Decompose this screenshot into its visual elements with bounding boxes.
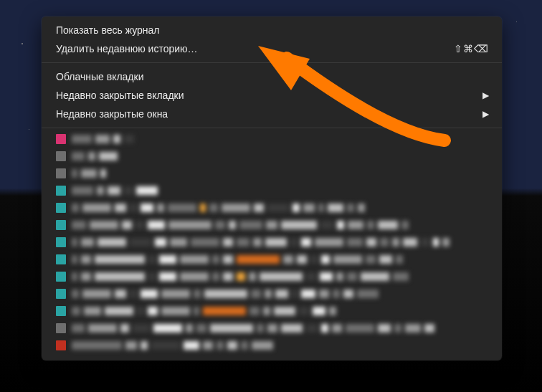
favicon-icon <box>56 272 66 282</box>
favicon-icon <box>56 340 66 350</box>
history-item[interactable] <box>56 252 489 267</box>
desktop-star <box>29 129 29 130</box>
menu-item-label: Облачные вкладки <box>56 70 143 84</box>
history-item[interactable] <box>56 183 489 199</box>
favicon-icon <box>56 203 66 213</box>
chevron-right-icon: ▶ <box>482 107 489 121</box>
menu-item-label: Показать весь журнал <box>56 23 160 37</box>
history-item-title-redacted <box>72 272 409 281</box>
history-item[interactable] <box>56 148 489 164</box>
history-list <box>42 128 502 360</box>
favicon-icon <box>56 323 66 333</box>
desktop-star <box>22 43 23 44</box>
history-item-title-redacted <box>72 169 106 178</box>
menu-item-recently-closed-windows[interactable]: Недавно закрытые окна ▶ <box>42 105 502 123</box>
history-item-title-redacted <box>72 290 379 298</box>
history-item-title-redacted <box>72 204 365 212</box>
favicon-icon <box>56 186 66 196</box>
history-item-title-redacted <box>72 135 134 143</box>
menu-item-show-all-history[interactable]: Показать весь журнал <box>42 21 502 39</box>
favicon-icon <box>56 151 66 161</box>
menu-section-top: Показать весь журнал Удалить недавнюю ис… <box>42 16 502 62</box>
menu-item-synced-tabs[interactable]: Облачные вкладки <box>42 67 502 86</box>
history-item[interactable] <box>56 338 489 353</box>
history-item-title-redacted <box>72 186 158 195</box>
history-item[interactable] <box>56 217 489 233</box>
menu-item-recently-closed-tabs[interactable]: Недавно закрытые вкладки ▶ <box>42 86 502 105</box>
menu-item-label: Недавно закрытые окна <box>56 107 168 121</box>
history-item[interactable] <box>56 286 489 302</box>
menu-item-label: Удалить недавнюю историю… <box>56 42 198 56</box>
history-item-title-redacted <box>72 238 450 247</box>
favicon-icon <box>56 134 66 144</box>
favicon-icon <box>56 168 66 178</box>
history-menu-panel: Показать весь журнал Удалить недавнюю ис… <box>42 16 502 360</box>
favicon-icon <box>56 254 66 264</box>
history-item-title-redacted <box>72 307 336 315</box>
menu-item-label: Недавно закрытые вкладки <box>56 88 184 102</box>
menu-item-clear-recent-history[interactable]: Удалить недавнюю историю… ⇧⌘⌫ <box>42 39 502 58</box>
history-item[interactable] <box>56 234 489 250</box>
keyboard-shortcut: ⇧⌘⌫ <box>454 42 489 56</box>
history-item-title-redacted <box>72 152 118 161</box>
menu-section-mid: Облачные вкладки Недавно закрытые вкладк… <box>42 63 502 128</box>
favicon-icon <box>56 237 66 247</box>
history-item-title-redacted <box>72 221 409 229</box>
history-item[interactable] <box>56 320 489 336</box>
history-item[interactable] <box>56 131 489 147</box>
history-item[interactable] <box>56 303 489 319</box>
history-item[interactable] <box>56 269 489 285</box>
history-item[interactable] <box>56 200 489 216</box>
history-item-title-redacted <box>72 255 403 264</box>
desktop-star <box>516 21 517 22</box>
history-item[interactable] <box>56 166 489 181</box>
history-item-title-redacted <box>72 324 434 333</box>
favicon-icon <box>56 220 66 230</box>
favicon-icon <box>56 306 66 316</box>
chevron-right-icon: ▶ <box>482 88 489 102</box>
history-item-title-redacted <box>72 341 273 350</box>
favicon-icon <box>56 289 66 299</box>
